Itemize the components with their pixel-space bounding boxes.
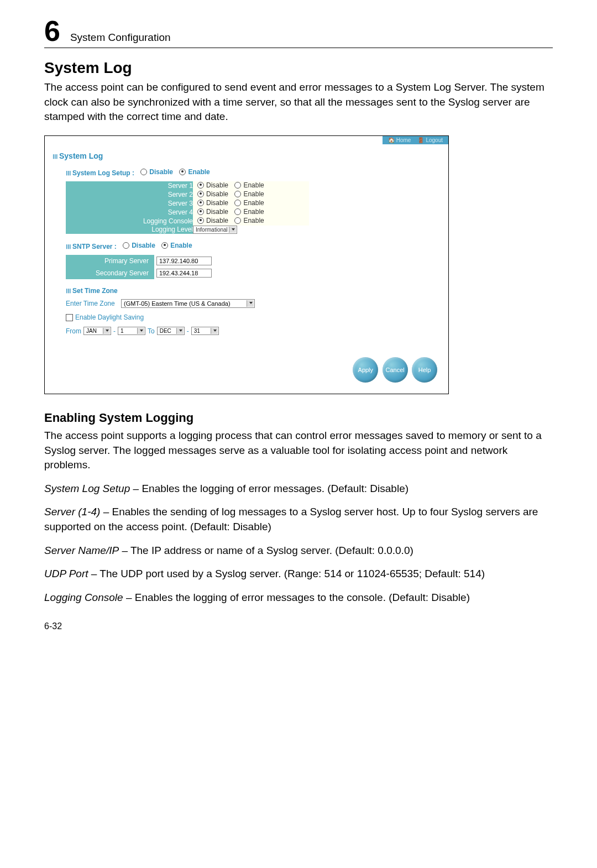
from-day-select[interactable]: 1 <box>118 327 145 335</box>
topbar-right: 🏠 Home 🚪 Logout <box>383 136 448 144</box>
def-server-name-ip: Server Name/IP – The IP address or name … <box>44 543 553 558</box>
server3-label: Server 3 <box>66 199 193 208</box>
table-row: Logging Console Disable Enable <box>66 217 309 226</box>
home-link[interactable]: 🏠 Home <box>388 137 411 143</box>
logging-console-enable[interactable]: Enable <box>234 217 264 224</box>
table-row: Server 4 Disable Enable <box>66 208 309 217</box>
panel-heading: ⁞⁞⁞System Log <box>53 151 441 160</box>
primary-server-label: Primary Server <box>66 255 154 267</box>
sntp-table: Primary Server 137.92.140.80 Secondary S… <box>66 255 214 279</box>
timezone-select[interactable]: (GMT-05) Eastern Time (US & Canada) <box>121 299 255 308</box>
timezone-row: Enter Time Zone (GMT-05) Eastern Time (U… <box>66 299 441 308</box>
logging-console-disable[interactable]: Disable <box>197 217 228 224</box>
server1-disable[interactable]: Disable <box>197 181 228 189</box>
table-row: Primary Server 137.92.140.80 <box>66 255 214 267</box>
chapter-label: System Configuration <box>70 32 171 44</box>
to-day-select[interactable]: 31 <box>191 327 219 335</box>
table-row: Server 1 Disable Enable <box>66 181 309 190</box>
daylight-saving-row[interactable]: Enable Daylight Saving <box>66 313 441 321</box>
primary-server-input[interactable]: 137.92.140.80 <box>156 257 212 265</box>
def-udp-port: UDP Port – The UDP port used by a Syslog… <box>44 567 553 582</box>
table-row: Logging Level Informational <box>66 226 309 234</box>
daylight-range-row: From JAN - 1 To DEC - 31 <box>66 327 441 335</box>
server4-label: Server 4 <box>66 208 193 217</box>
secondary-server-input[interactable]: 192.43.244.18 <box>156 269 212 278</box>
sntp-enable[interactable]: Enable <box>161 242 192 249</box>
logging-level-label: Logging Level <box>66 226 193 234</box>
server4-disable[interactable]: Disable <box>197 208 228 216</box>
apply-button[interactable]: Apply <box>353 357 378 383</box>
server1-label: Server 1 <box>66 181 193 190</box>
table-row: Server 2 Disable Enable <box>66 190 309 199</box>
page-number: 6-32 <box>44 621 553 631</box>
logging-level-select[interactable]: Informational <box>193 226 237 234</box>
server4-enable[interactable]: Enable <box>234 208 264 216</box>
server1-enable[interactable]: Enable <box>234 181 264 189</box>
sntp-row: ⁞⁞⁞SNTP Server : Disable Enable <box>66 242 441 250</box>
sub-intro: The access point supports a logging proc… <box>44 428 553 473</box>
chapter-number: 6 <box>44 17 60 45</box>
section-title: System Log <box>44 59 553 77</box>
server-table: Server 1 Disable Enable Server 2 Disable… <box>66 181 309 234</box>
server3-disable[interactable]: Disable <box>197 199 228 207</box>
server2-enable[interactable]: Enable <box>234 190 264 198</box>
daylight-saving-checkbox[interactable] <box>66 314 73 321</box>
syslog-setup-enable[interactable]: Enable <box>179 168 210 176</box>
from-month-select[interactable]: JAN <box>83 327 111 335</box>
syslog-setup-disable[interactable]: Disable <box>140 168 173 176</box>
logging-console-label: Logging Console <box>66 217 193 226</box>
secondary-server-label: Secondary Server <box>66 267 154 279</box>
logout-link[interactable]: 🚪 Logout <box>417 137 443 143</box>
chapter-header: 6 System Configuration <box>44 17 553 48</box>
table-row: Secondary Server 192.43.244.18 <box>66 267 214 279</box>
server2-label: Server 2 <box>66 190 193 199</box>
def-syslog-setup: System Log Setup – Enables the logging o… <box>44 482 553 496</box>
def-server: Server (1-4) – Enables the sending of lo… <box>44 505 553 534</box>
config-screenshot: 🏠 Home 🚪 Logout ⁞⁞⁞System Log ⁞⁞⁞System … <box>44 135 449 394</box>
help-button[interactable]: Help <box>412 357 437 383</box>
sntp-disable[interactable]: Disable <box>123 242 155 249</box>
table-row: Server 3 Disable Enable <box>66 199 309 208</box>
syslog-setup-row: ⁞⁞⁞System Log Setup : Disable Enable <box>66 168 441 177</box>
intro-paragraph: The access point can be configured to se… <box>44 80 553 124</box>
def-logging-console: Logging Console – Enables the logging of… <box>44 590 553 605</box>
cancel-button[interactable]: Cancel <box>383 357 408 383</box>
server2-disable[interactable]: Disable <box>197 190 228 198</box>
subsection-title: Enabling System Logging <box>44 411 553 425</box>
server3-enable[interactable]: Enable <box>234 199 264 207</box>
to-month-select[interactable]: DEC <box>157 327 185 335</box>
set-timezone-heading: ⁞⁞⁞Set Time Zone <box>66 287 441 295</box>
